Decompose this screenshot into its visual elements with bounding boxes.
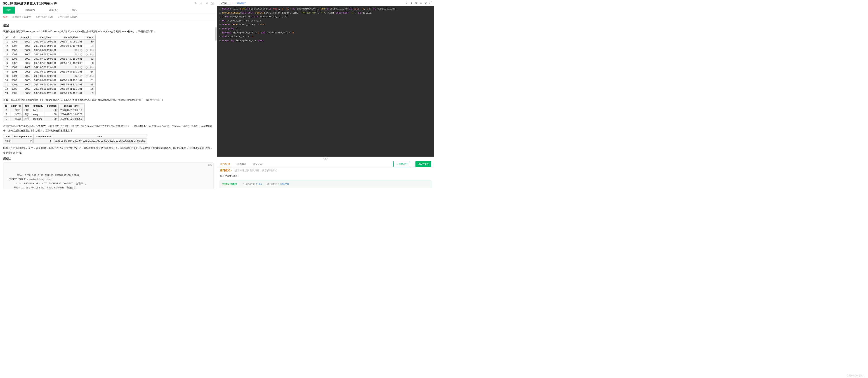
table-row: 3100290022021-09-02 12:01:01(NULL)(NULL) xyxy=(3,48,96,53)
desc-intro2: 还有一张试卷信息表examination_info（exam_id试卷ID, t… xyxy=(3,98,214,102)
settings-icon[interactable]: ⚙ xyxy=(425,1,427,4)
fullscreen-icon[interactable]: ⛶ xyxy=(429,1,432,4)
table-row: 9100490032021-09-06 12:01:01(NULL)(NULL) xyxy=(3,74,96,78)
table-header: submit_time xyxy=(58,35,84,39)
example-code-text: 输入: drop table if exists examination_inf… xyxy=(6,174,86,189)
difficulty-badge: 较难 xyxy=(3,15,8,19)
collapse-handle-icon[interactable]: ⌄ xyxy=(323,157,328,159)
help-icon[interactable]: ？ xyxy=(405,1,408,5)
submit-button[interactable]: 保存并提交 xyxy=(415,161,431,167)
table-header: uid xyxy=(10,35,19,39)
status-dot-icon: ● xyxy=(234,2,235,4)
table-row: 1100190012021-07-02 09:01:012021-07-02 0… xyxy=(3,39,96,44)
refresh-icon[interactable]: ⟳ xyxy=(415,1,417,4)
tab-rank[interactable]: 排行 xyxy=(68,6,81,13)
table-header: release_time xyxy=(59,104,85,108)
desc-explain: 解释：2021年的作答记录中，除了1004，其他用户均满足有效用户定义，但只有1… xyxy=(3,146,214,155)
desc-intro: 现有试卷作答记录表exam_record（uid用户ID, exam_id试卷I… xyxy=(3,29,214,34)
table-header: uid xyxy=(3,134,12,139)
runtime-metric: ⊙ 运行时间 44ms xyxy=(243,183,262,186)
star-icon[interactable]: ☆ xyxy=(200,2,203,6)
tab-discuss[interactable]: 讨论(33) xyxy=(45,6,62,13)
notes-icon[interactable]: ▭ xyxy=(420,1,422,4)
page-title: SQL19 未完成试卷数大于1的有效用户 xyxy=(3,2,57,6)
table-header: exam_id xyxy=(9,104,23,108)
tab-custom-input[interactable]: 自测输入 xyxy=(236,161,247,167)
example-code-block: 复制 输入: drop table if exists examination_… xyxy=(3,162,214,189)
info-icon[interactable]: ⓘ xyxy=(211,2,214,6)
table-row: 29002SQLeasy602020-02-01 10:00:00 xyxy=(3,112,85,117)
table-exam-record: iduidexam_idstart_timesubmit_timescore11… xyxy=(3,35,96,95)
table-row: 12100590022021-09-01 12:01:012021-09-01 … xyxy=(3,87,96,91)
edit-icon[interactable]: ✎ xyxy=(194,2,197,6)
memlimit-label: ⊙ 空间限制：256M xyxy=(58,15,77,19)
pass-status: 通过全部用例 xyxy=(222,183,237,186)
table-row: 8100390032021-09-07 10:01:012021-09-07 1… xyxy=(3,70,96,74)
copy-button[interactable]: 复制 xyxy=(208,163,212,167)
table-row: 13100690022021-09-02 12:11:012021-09-02 … xyxy=(3,91,96,95)
language-select[interactable]: Mysql xyxy=(219,1,231,5)
desc-heading: 描述 xyxy=(3,24,214,28)
desc-question: 请统计2021年每个未完成试卷作答数大于1的有效用户的数据（有效用户指完成试卷作… xyxy=(3,124,214,133)
mode-label: 练习模式 • xyxy=(220,169,232,172)
download-icon[interactable]: ⭳ xyxy=(410,1,413,4)
table-header: difficulty xyxy=(31,104,45,108)
saved-message: 您的代码已保存 xyxy=(217,174,434,179)
table-header: id xyxy=(3,35,10,39)
example-heading: 示例1 xyxy=(3,157,214,161)
table-header: detail xyxy=(53,134,147,139)
table-header: incomplete_cnt xyxy=(12,134,34,139)
share-icon[interactable]: ↗ xyxy=(206,2,208,6)
memory-metric: ⊙ 占用内存 6492KB xyxy=(267,183,289,186)
code-editor[interactable]: 1SELECT uid, sum(if(submit_time is NULL,… xyxy=(217,6,434,157)
tab-submit-history[interactable]: 提交记录 xyxy=(252,161,263,167)
table-row: 7100390022021-07-06 12:01:01(NULL)(NULL) xyxy=(3,65,96,70)
table-row: 19001SQLhard602020-01-01 10:00:00 xyxy=(3,108,85,112)
tab-solution[interactable]: 题解(22) xyxy=(22,6,38,13)
sql-guide-link[interactable]: SQL编程 xyxy=(237,1,246,4)
mode-hint: 提示未通过的测试用例，便于代码调试 xyxy=(235,169,277,172)
table-row: 39003算法medium802020-08-02 10:00:00 xyxy=(3,117,85,121)
table-row: 5100290012021-07-02 19:01:012021-07-02 1… xyxy=(3,57,96,61)
table-row: 10100290032021-09-01 12:01:012021-09-01 … xyxy=(3,78,96,83)
table-header: complete_cnt xyxy=(34,134,53,139)
tab-run-result[interactable]: 运行结果 xyxy=(220,161,230,167)
table-exam-info: idexam_idtagdifficultydurationrelease_ti… xyxy=(3,103,85,121)
table-row: 11100590012021-09-01 12:01:012021-09-01 … xyxy=(3,83,96,87)
table-header: score xyxy=(84,35,96,39)
play-icon: ▷ xyxy=(396,163,398,165)
table-header: duration xyxy=(45,104,59,108)
table-header: tag xyxy=(23,104,31,108)
table-header: start_time xyxy=(32,35,58,39)
table-row: 2100290012021-09-05 19:01:012021-09-05 1… xyxy=(3,44,96,48)
table-header: id xyxy=(3,104,9,108)
selftest-button[interactable]: ▷自测运行 xyxy=(393,161,410,167)
table-row: 1002242021-09-01:算法;2021-07-02:SQL;2021-… xyxy=(3,139,147,144)
table-row: 6100290022021-07-05 18:01:012021-07-05 1… xyxy=(3,61,96,65)
table-output: uidincomplete_cntcomplete_cntdetail10022… xyxy=(3,134,147,144)
tab-problem[interactable]: 题目 xyxy=(3,6,15,13)
passrate-label: ⊙ 通过率：27.14% xyxy=(12,15,31,19)
timelimit-label: ⊙ 时间限制：1秒 xyxy=(36,15,53,19)
scrollbar-thumb[interactable] xyxy=(215,27,217,41)
table-header: exam_id xyxy=(19,35,32,39)
table-row: 4100290032021-09-01 12:01:01(NULL)(NULL) xyxy=(3,53,96,57)
